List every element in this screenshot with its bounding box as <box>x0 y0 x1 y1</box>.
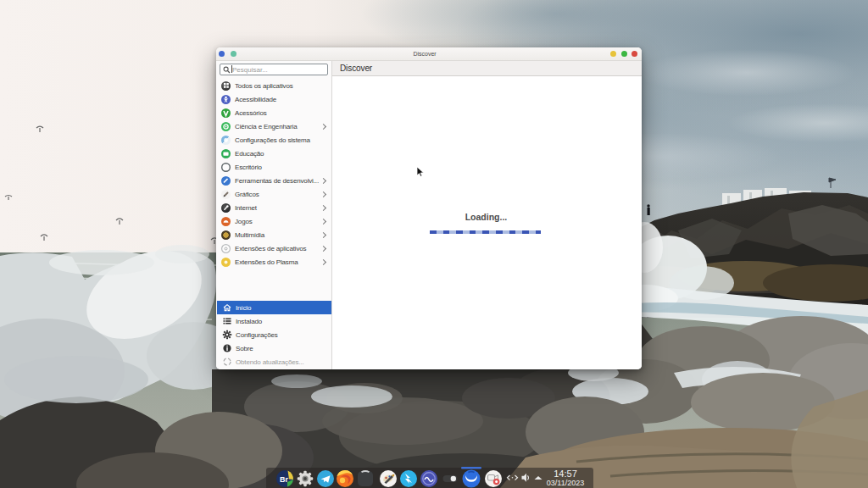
svg-text:Br: Br <box>280 475 288 484</box>
